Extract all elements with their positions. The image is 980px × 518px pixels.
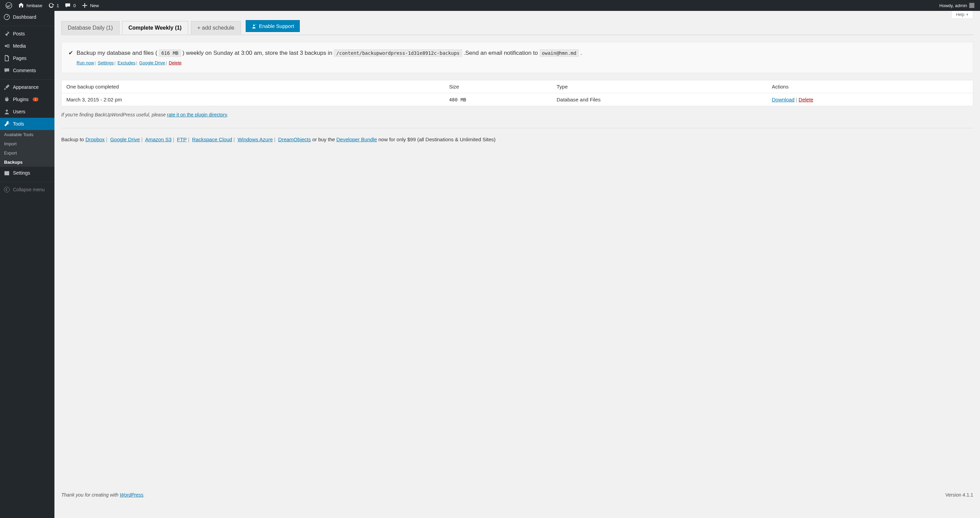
- tools-submenu: Available Tools Import Export Backups: [0, 130, 54, 167]
- dest-azure[interactable]: Windows Azure: [237, 137, 272, 142]
- sentence-text: .: [580, 50, 582, 56]
- promo-text: If you're finding BackUpWordPress useful…: [61, 112, 167, 118]
- separator: [0, 24, 54, 26]
- collapse-menu[interactable]: Collapse menu: [0, 183, 54, 196]
- svg-point-4: [6, 172, 7, 172]
- submenu-export[interactable]: Export: [0, 148, 54, 158]
- rating-prompt: If you're finding BackUpWordPress useful…: [61, 111, 973, 118]
- schedule-sentence: ✔ Backup my database and files ( 616 MB …: [61, 42, 973, 73]
- comment-icon: [64, 2, 71, 9]
- run-now-link[interactable]: Run now: [76, 60, 94, 65]
- menu-label: Comments: [13, 68, 36, 73]
- menu-plugins[interactable]: Plugins 1: [0, 93, 54, 105]
- plugin-icon: [3, 96, 10, 103]
- collapse-icon: [3, 186, 10, 193]
- menu-label: Media: [13, 43, 26, 49]
- dest-ftp[interactable]: FTP: [177, 137, 186, 142]
- excludes-link[interactable]: Excludes: [118, 60, 135, 65]
- admin-sidebar: Dashboard Posts Media Pages Comments App…: [0, 11, 54, 518]
- developer-bundle-link[interactable]: Developer Bundle: [337, 137, 377, 142]
- site-link[interactable]: hmbase: [15, 0, 45, 11]
- menu-media[interactable]: Media: [0, 40, 54, 52]
- collapse-label: Collapse menu: [13, 187, 45, 192]
- separator: [0, 78, 54, 80]
- svg-point-7: [4, 187, 10, 192]
- wp-logo[interactable]: [3, 0, 15, 11]
- rate-plugin-link[interactable]: rate it on the plugin directory: [167, 112, 227, 118]
- wordpress-icon: [5, 2, 12, 9]
- howdy-text: Howdy, admin: [940, 3, 967, 8]
- menu-users[interactable]: Users: [0, 105, 54, 118]
- plus-icon: [81, 2, 88, 9]
- dest-amazon-s3[interactable]: Amazon S3: [145, 137, 172, 142]
- svg-point-8: [253, 24, 255, 26]
- delete-backup-link[interactable]: Delete: [799, 97, 813, 102]
- download-link[interactable]: Download: [772, 97, 795, 102]
- notification-email: owain@hmn.md: [540, 49, 579, 57]
- menu-tools[interactable]: Tools: [0, 118, 54, 130]
- admin-bar: hmbase 1 0 New Howdy, admin: [0, 0, 980, 11]
- comments-link[interactable]: 0: [62, 0, 78, 11]
- wrench-icon: [3, 121, 10, 127]
- dest-rackspace[interactable]: Rackspace Cloud: [192, 137, 232, 142]
- page-footer: Thank you for creating with WordPress. V…: [61, 478, 973, 497]
- menu-comments[interactable]: Comments: [0, 64, 54, 77]
- submenu-backups[interactable]: Backups: [0, 158, 54, 167]
- google-drive-link[interactable]: Google Drive: [139, 60, 165, 65]
- backup-row-type: Database and Files: [552, 93, 767, 106]
- backup-to-label: Backup to: [61, 137, 86, 142]
- wordpress-link[interactable]: WordPress: [120, 492, 143, 497]
- chevron-down-icon: ▼: [966, 13, 969, 16]
- enable-support-button[interactable]: Enable Support: [246, 20, 300, 32]
- or-buy-text: or buy the: [312, 137, 337, 142]
- backup-date: March 3, 2015 - 2:02 pm: [62, 93, 444, 106]
- menu-label: Plugins: [13, 97, 29, 102]
- settings-icon: [3, 169, 10, 176]
- schedule-tabs: Database Daily (1) Complete Weekly (1) +…: [61, 20, 973, 35]
- dest-dropbox[interactable]: Dropbox: [86, 137, 105, 142]
- page-icon: [3, 55, 10, 62]
- submenu-available-tools[interactable]: Available Tools: [0, 130, 54, 139]
- backups-table: One backup completed Size Type Actions M…: [61, 80, 973, 106]
- dashboard-icon: [3, 14, 10, 21]
- menu-posts[interactable]: Posts: [0, 27, 54, 40]
- settings-link[interactable]: Settings: [98, 60, 114, 65]
- home-icon: [18, 2, 24, 9]
- delete-schedule-link[interactable]: Delete: [169, 60, 182, 65]
- checkmark-icon: ✔: [68, 48, 73, 67]
- submenu-import[interactable]: Import: [0, 139, 54, 148]
- price-text: now for only $99 (all Destinations & Unl…: [377, 137, 496, 142]
- svg-point-5: [8, 173, 8, 174]
- tab-add-schedule[interactable]: + add schedule: [191, 21, 241, 34]
- menu-label: Settings: [13, 170, 30, 175]
- backup-size: 616 MB: [159, 49, 181, 57]
- account-link[interactable]: Howdy, admin: [937, 0, 977, 11]
- user-icon: [3, 108, 10, 115]
- svg-point-2: [5, 45, 7, 47]
- tab-complete-weekly[interactable]: Complete Weekly (1): [122, 21, 188, 34]
- site-name: hmbase: [27, 3, 42, 8]
- new-link[interactable]: New: [79, 0, 102, 11]
- media-icon: [3, 43, 10, 49]
- menu-label: Tools: [13, 121, 24, 127]
- help-button[interactable]: Help ▼: [951, 11, 973, 19]
- menu-dashboard[interactable]: Dashboard: [0, 11, 54, 23]
- col-size: Size: [444, 80, 552, 93]
- col-type: Type: [552, 80, 767, 93]
- refresh-icon: [48, 2, 54, 9]
- sentence-text: Backup my database and files (: [76, 50, 157, 56]
- main-content: Help ▼ Database Daily (1) Complete Weekl…: [54, 11, 980, 518]
- dest-dreamobjects[interactable]: DreamObjects: [278, 137, 311, 142]
- updates-link[interactable]: 1: [45, 0, 62, 11]
- menu-settings[interactable]: Settings: [0, 167, 54, 179]
- sentence-text: .Send an email notification to: [464, 50, 538, 56]
- menu-pages[interactable]: Pages: [0, 52, 54, 64]
- backup-path: /content/backupwordpress-1d31e8912c-back…: [334, 49, 462, 57]
- tab-database-daily[interactable]: Database Daily (1): [61, 21, 119, 34]
- dest-google-drive[interactable]: Google Drive: [110, 137, 140, 142]
- svg-point-3: [6, 110, 8, 112]
- plugin-update-badge: 1: [33, 97, 38, 101]
- menu-label: Pages: [13, 56, 27, 61]
- user-plus-icon: [251, 24, 257, 29]
- menu-appearance[interactable]: Appearance: [0, 81, 54, 93]
